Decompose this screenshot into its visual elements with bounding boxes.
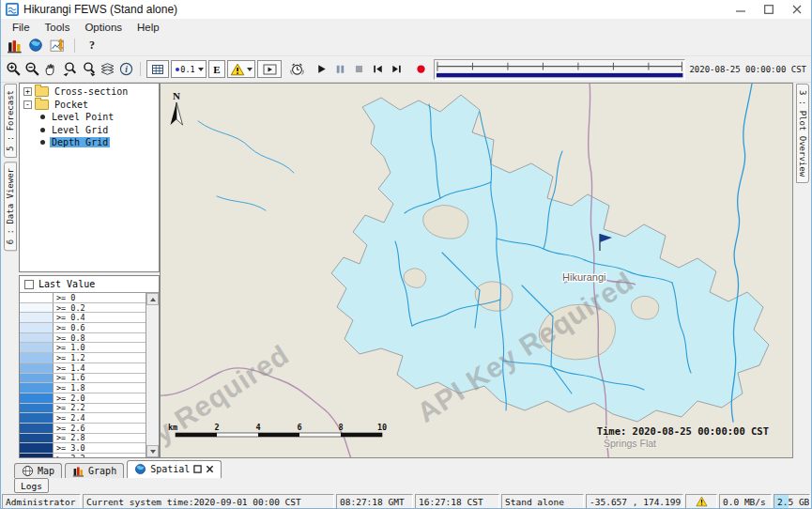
layers-icon[interactable] xyxy=(98,59,116,79)
close-button[interactable] xyxy=(783,0,811,19)
expand-icon[interactable]: + xyxy=(23,87,32,96)
time-slider-bar[interactable] xyxy=(437,72,682,76)
record-icon[interactable] xyxy=(411,59,430,79)
svg-text:10: 10 xyxy=(377,423,387,432)
legend-row[interactable]: >= 1.8 xyxy=(20,383,146,393)
scroll-down-icon[interactable] xyxy=(146,445,159,457)
zoom-previous-icon[interactable] xyxy=(60,59,79,79)
slider-datetime: 2020-08-25 00:00:00 CST xyxy=(689,65,808,74)
thresholds-button[interactable] xyxy=(227,60,255,78)
tree-item-level-grid[interactable]: Level Grid xyxy=(20,124,159,137)
status-gmt-time: 08:27:18 GMT xyxy=(336,494,413,509)
legend-row[interactable]: >= 0.6 xyxy=(20,323,146,333)
tab-spatial[interactable]: Spatial xyxy=(127,460,222,478)
pan-hand-icon[interactable] xyxy=(41,59,60,79)
legend-row[interactable]: >= 0 xyxy=(20,293,146,303)
legend-value: >= 1.8 xyxy=(54,383,146,393)
maximize-button[interactable] xyxy=(755,0,783,19)
tab-close-icon[interactable] xyxy=(206,465,214,473)
application-window: Hikurangi FEWS (Stand alone) File Tools … xyxy=(0,0,812,509)
animation-player-button[interactable] xyxy=(257,60,282,78)
legend-row[interactable]: >= 0.2 xyxy=(20,303,146,314)
legend-swatch xyxy=(20,343,54,352)
legend-swatch xyxy=(20,313,54,322)
zoom-next-icon[interactable] xyxy=(79,59,98,79)
legend-row[interactable]: >= 2.8 xyxy=(20,434,146,444)
scrollbar-track[interactable] xyxy=(146,305,159,445)
legend-row[interactable]: >= 3.2 xyxy=(20,454,146,457)
tree-item-pocket[interactable]: - Pocket xyxy=(20,99,159,112)
warning-icon xyxy=(230,62,245,77)
legend-value: >= 0.4 xyxy=(54,313,146,322)
menu-tools[interactable]: Tools xyxy=(38,21,78,34)
legend-swatch xyxy=(20,413,54,423)
bottom-tab-bar: Map Graph Spatial xyxy=(1,458,811,478)
legend-row[interactable]: >= 0.4 xyxy=(20,313,146,323)
tab-plot-overview[interactable]: 3 : Plot Overview xyxy=(796,84,809,183)
tab-maximize-icon[interactable] xyxy=(193,465,202,473)
main-area: 5 : Forecast 6 : Data Viewer + Cross-sec… xyxy=(1,82,811,458)
legend-swatch xyxy=(20,424,54,433)
legend-letter: E xyxy=(213,64,220,75)
status-warning[interactable] xyxy=(685,494,717,509)
timeseries-chart-icon[interactable] xyxy=(48,37,67,54)
legend-row[interactable]: >= 1.2 xyxy=(20,353,146,363)
zoom-in-icon[interactable] xyxy=(4,59,23,79)
contour-interval-combo[interactable]: 0.1 xyxy=(171,60,207,78)
step-backward-icon[interactable] xyxy=(368,59,387,79)
menu-file[interactable]: File xyxy=(5,21,38,34)
grid-button[interactable] xyxy=(146,60,169,78)
stop-icon[interactable] xyxy=(349,59,368,79)
tab-map[interactable]: Map xyxy=(14,463,62,478)
legend-scrollbar[interactable] xyxy=(146,293,159,457)
right-tab-strip: 3 : Plot Overview xyxy=(793,83,811,458)
status-mode: Stand alone xyxy=(501,494,584,509)
legend-row[interactable]: >= 2.6 xyxy=(20,424,146,434)
legend-value: >= 2.8 xyxy=(54,434,146,443)
tree-item-cross-section[interactable]: + Cross-section xyxy=(20,85,159,99)
legend-row[interactable]: >= 2.2 xyxy=(20,404,146,414)
pause-icon[interactable] xyxy=(330,59,349,79)
last-value-checkbox[interactable] xyxy=(24,280,34,289)
scroll-up-icon[interactable] xyxy=(146,293,159,305)
time-slider[interactable] xyxy=(434,59,685,80)
toolbar-separator xyxy=(140,62,141,76)
logs-button[interactable]: Logs xyxy=(14,478,49,493)
legend-header: Last Value xyxy=(20,276,159,292)
step-forward-icon[interactable] xyxy=(387,59,406,79)
legend-row[interactable]: >= 2.4 xyxy=(20,413,146,424)
information-icon[interactable]: i xyxy=(116,59,135,79)
bar-chart-icon xyxy=(72,465,84,477)
legend-row[interactable]: >= 0.8 xyxy=(20,333,146,344)
minimize-button[interactable] xyxy=(727,0,755,19)
tab-graph[interactable]: Graph xyxy=(65,463,124,478)
collapse-icon[interactable]: - xyxy=(23,100,32,109)
zoom-out-icon[interactable] xyxy=(23,59,41,79)
legend-row[interactable]: >= 1.6 xyxy=(20,374,146,384)
contour-dot-icon xyxy=(176,68,179,71)
legend-row[interactable]: >= 2.0 xyxy=(20,393,146,404)
database-display-icon[interactable] xyxy=(5,37,23,54)
animation-clock-icon[interactable] xyxy=(287,59,306,79)
help-button[interactable]: ? xyxy=(83,37,101,54)
legend-value: >= 1.6 xyxy=(54,374,146,383)
tab-forecast[interactable]: 5 : Forecast xyxy=(4,84,17,158)
menu-options[interactable]: Options xyxy=(77,21,130,34)
legend-row[interactable]: >= 1.0 xyxy=(20,343,146,353)
legend-swatch xyxy=(20,323,54,332)
legend-row[interactable]: >= 3.0 xyxy=(20,443,146,454)
menu-help[interactable]: Help xyxy=(130,21,167,34)
layer-tree: + Cross-section - Pocket Level Point Lev… xyxy=(19,83,160,272)
svg-text:N: N xyxy=(173,90,180,101)
play-icon[interactable] xyxy=(312,59,330,79)
last-value-label: Last Value xyxy=(38,279,95,289)
legend-row[interactable]: >= 1.4 xyxy=(20,363,146,374)
tree-item-depth-grid[interactable]: Depth Grid xyxy=(20,136,159,149)
map-view[interactable]: API Key Required API Key Required Hikura… xyxy=(160,83,793,458)
tree-item-level-point[interactable]: Level Point xyxy=(20,111,159,124)
legend-toggle-button[interactable]: E xyxy=(208,60,225,78)
map-display-icon[interactable] xyxy=(26,37,45,54)
warning-icon xyxy=(696,496,708,507)
tab-data-viewer[interactable]: 6 : Data Viewer xyxy=(4,162,17,251)
legend-value: >= 3.0 xyxy=(54,443,146,453)
